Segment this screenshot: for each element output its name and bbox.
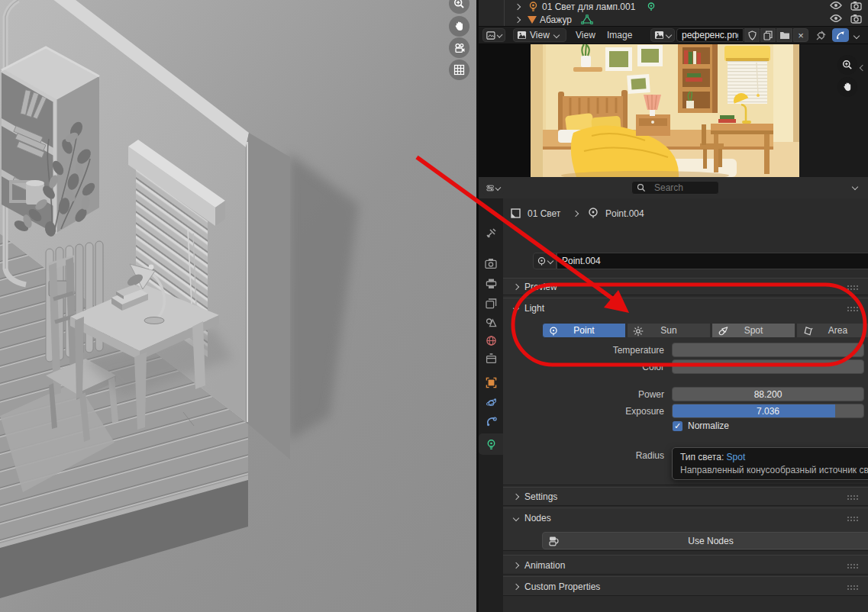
viewport-camera-view-button[interactable]: [449, 37, 469, 58]
panel-nodes-header[interactable]: Nodes: [514, 510, 551, 527]
exposure-label: Exposure: [503, 404, 664, 419]
outliner-row[interactable]: 01 Свет для ламп.001: [479, 0, 868, 13]
panel-light: Light Point: [503, 298, 868, 485]
use-nodes-button[interactable]: Use Nodes: [542, 532, 868, 549]
image-pan-button[interactable]: [837, 77, 857, 97]
outliner-item-label[interactable]: 01 Свет для ламп.001: [542, 2, 635, 12]
hide-eye-icon[interactable]: [830, 14, 842, 25]
header-options-chevron-icon[interactable]: [852, 184, 858, 190]
image-zoom-button[interactable]: [837, 55, 857, 75]
unlink-image-button[interactable]: ×: [793, 28, 808, 42]
fake-user-shield-button[interactable]: [744, 28, 760, 42]
id-type-dropdown[interactable]: [533, 253, 557, 269]
panel-grip[interactable]: [847, 563, 859, 569]
gizmo-toggle-button[interactable]: [832, 28, 849, 42]
disable-render-camera-icon[interactable]: [850, 14, 862, 26]
hide-eye-icon[interactable]: [830, 1, 842, 12]
temperature-slider[interactable]: [672, 343, 864, 357]
normalize-checkbox[interactable]: [673, 421, 682, 431]
light-object-icon: [528, 1, 539, 12]
light-type-spot-button[interactable]: Spot: [712, 323, 795, 338]
panel-grip[interactable]: [847, 494, 859, 500]
canvas-right-margin: [799, 44, 868, 177]
light-type-point-button[interactable]: Point: [542, 323, 626, 338]
breadcrumb-chevron-icon: [573, 211, 579, 217]
disable-render-camera-icon[interactable]: [850, 1, 862, 13]
outliner-item-label[interactable]: Абажур: [540, 14, 572, 25]
image-editor-mode-dropdown[interactable]: View: [513, 28, 566, 42]
duplicate-image-button[interactable]: [760, 28, 776, 42]
tab-view-layer[interactable]: [479, 293, 503, 313]
editor-type-dropdown[interactable]: [482, 28, 505, 42]
breadcrumb-object-name[interactable]: 01 Свет: [528, 208, 560, 219]
panel-expanded-chevron-icon: [513, 305, 519, 311]
tab-object[interactable]: [479, 372, 503, 392]
point-light-icon: [548, 326, 559, 337]
search-icon: [637, 183, 646, 192]
panel-grip[interactable]: [847, 306, 859, 311]
menu-view[interactable]: View: [573, 28, 599, 42]
exposure-slider[interactable]: 7.036: [672, 404, 864, 418]
menu-image[interactable]: Image: [604, 28, 635, 42]
datablock-name-field[interactable]: [557, 253, 868, 269]
3d-viewport[interactable]: [0, 0, 476, 612]
image-name-field[interactable]: [676, 28, 744, 42]
viewport-grid-ortho-button[interactable]: [449, 60, 469, 80]
light-type-label: Area: [828, 325, 847, 336]
grid-icon: [453, 64, 465, 76]
panel-grip[interactable]: [847, 585, 859, 590]
panel-settings-label: Settings: [524, 491, 557, 502]
image-icon: [654, 31, 664, 40]
image-editor-icon: [486, 31, 495, 40]
image-editor-canvas[interactable]: [479, 44, 868, 177]
color-field[interactable]: [672, 359, 864, 374]
light-data-icon: [587, 207, 599, 219]
panel-custom-properties[interactable]: Custom Properties: [503, 576, 868, 596]
radius-label: Radius: [503, 448, 664, 463]
magnifier-plus-icon: [842, 60, 853, 70]
tab-output[interactable]: [479, 273, 503, 293]
tab-collection[interactable]: [479, 348, 503, 368]
exposure-slider-fill: [673, 404, 835, 417]
search-box[interactable]: [631, 181, 719, 195]
normalize-label: Normalize: [688, 419, 729, 433]
panel-grip[interactable]: [847, 516, 859, 521]
reference-image: [531, 44, 799, 177]
mesh-data-badge-icon[interactable]: [581, 14, 593, 25]
tab-tool[interactable]: [479, 223, 503, 243]
gizmo-dropdown-chevron-icon[interactable]: [853, 33, 860, 39]
panel-grip[interactable]: [847, 285, 859, 290]
magnifier-plus-icon: [453, 0, 465, 9]
properties-editor-type-dropdown[interactable]: [482, 181, 504, 195]
image-browse-dropdown[interactable]: [650, 28, 675, 42]
panel-preview[interactable]: Preview: [503, 278, 868, 295]
panel-light-header[interactable]: Light: [514, 300, 544, 317]
search-input[interactable]: [650, 182, 711, 193]
panel-settings[interactable]: Settings: [503, 487, 868, 506]
tab-scene[interactable]: [479, 312, 503, 332]
properties-tab-rail: [479, 198, 503, 612]
light-type-label: Sun: [660, 325, 676, 336]
panel-collapsed-chevron-icon: [513, 562, 519, 569]
light-type-sun-button[interactable]: Sun: [627, 323, 711, 338]
tab-object-data[interactable]: [479, 433, 503, 455]
panel-collapsed-chevron-icon: [513, 284, 519, 290]
open-image-folder-button[interactable]: [776, 28, 792, 42]
panel-light-label: Light: [524, 303, 544, 314]
light-type-area-button[interactable]: Area: [796, 323, 868, 338]
light-bulb-icon: [486, 439, 497, 450]
outliner-row[interactable]: Абажур: [479, 13, 868, 26]
exposure-value: 7.036: [757, 406, 779, 417]
breadcrumb-data-name[interactable]: Point.004: [605, 208, 644, 219]
expand-chevron-icon[interactable]: [515, 16, 521, 22]
canvas-left-margin: [479, 44, 531, 177]
expand-chevron-icon[interactable]: [515, 3, 521, 9]
power-slider[interactable]: 88.200: [672, 387, 864, 401]
pin-icon[interactable]: [815, 30, 827, 43]
viewport-pan-button[interactable]: [449, 16, 469, 37]
tab-physics[interactable]: [479, 392, 503, 412]
tab-constraints[interactable]: [479, 411, 503, 431]
light-data-badge-icon[interactable]: [646, 2, 657, 12]
panel-animation[interactable]: Animation: [503, 555, 868, 575]
tab-render[interactable]: [479, 253, 503, 273]
